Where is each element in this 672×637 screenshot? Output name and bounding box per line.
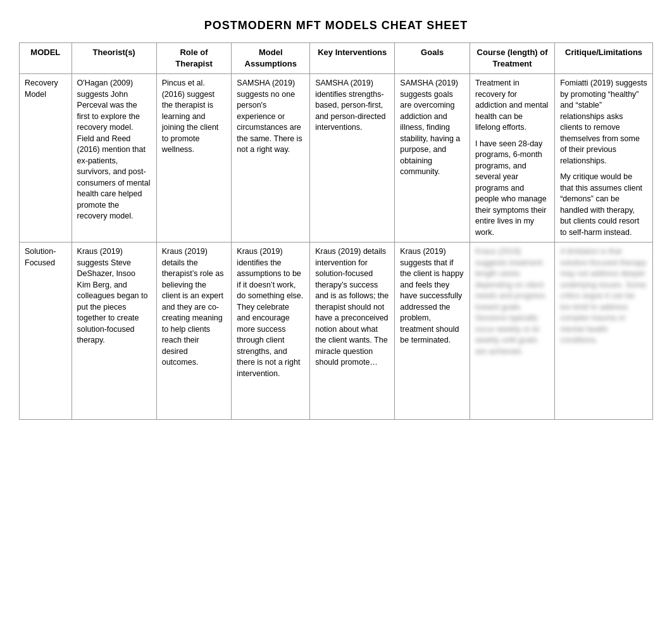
role-cell: Pincus et al. (2016) suggest the therapi…	[156, 74, 232, 243]
header-critique: Critique/Limitations	[555, 43, 653, 74]
model-cell: Solution-Focused	[20, 243, 72, 420]
header-course: Course (length) of Treatment	[470, 43, 555, 74]
theorist-cell: O'Hagan (2009) suggests John Perceval wa…	[72, 74, 156, 243]
goals-cell: Kraus (2019) suggests that if the client…	[395, 243, 470, 420]
goals-cell: SAMSHA (2019) suggests goals are overcom…	[395, 74, 470, 243]
role-cell: Kraus (2019) details the therapist’s rol…	[156, 243, 232, 420]
header-goals: Goals	[395, 43, 470, 74]
page-title: POSTMODERN MFT MODELS CHEAT SHEET	[19, 19, 653, 32]
header-role: Role of Therapist	[156, 43, 232, 74]
cheat-sheet-table: MODEL Theorist(s) Role of Therapist Mode…	[19, 42, 653, 420]
page-container: POSTMODERN MFT MODELS CHEAT SHEET MODEL …	[0, 0, 672, 439]
assumptions-cell: SAMSHA (2019) suggests no one person's e…	[232, 74, 310, 243]
assumptions-cell: Kraus (2019) identifies the assumptions …	[232, 243, 310, 420]
header-interventions: Key Interventions	[310, 43, 395, 74]
blurred-content: A limitation is that solution-focused th…	[560, 246, 647, 346]
header-theorist: Theorist(s)	[72, 43, 156, 74]
header-model: MODEL	[20, 43, 72, 74]
model-cell: Recovery Model	[20, 74, 72, 243]
header-assumptions: Model Assumptions	[232, 43, 310, 74]
course-cell: Treatment in recovery for addiction and …	[470, 74, 555, 243]
blurred-content: Kraus (2019) suggests treatment length v…	[475, 246, 549, 357]
theorist-cell: Kraus (2019) suggests Steve DeShazer, In…	[72, 243, 156, 420]
interventions-cell: SAMSHA (2019) identifies strengths-based…	[310, 74, 395, 243]
interventions-cell: Kraus (2019) details intervention for so…	[310, 243, 395, 420]
course-cell: Kraus (2019) suggests treatment length v…	[470, 243, 555, 420]
critique-cell: A limitation is that solution-focused th…	[555, 243, 653, 420]
critique-cell: Fomiatti (2019) suggests by promoting “h…	[555, 74, 653, 243]
